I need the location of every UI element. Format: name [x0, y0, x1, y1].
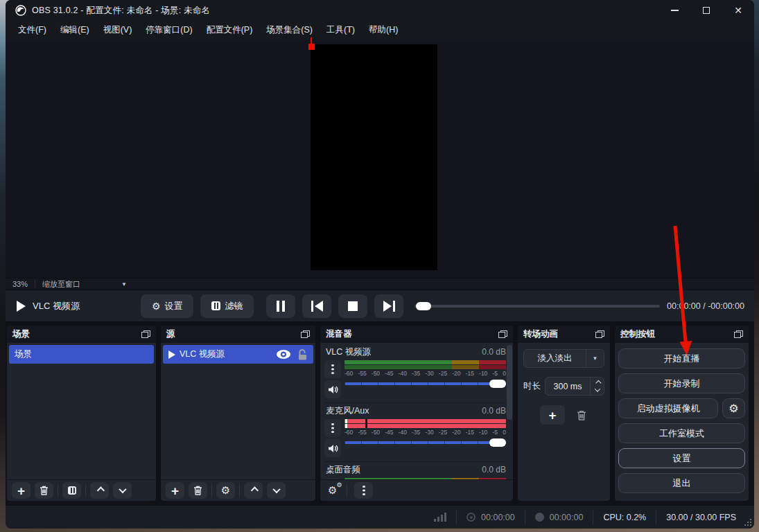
- start-streaming-button[interactable]: 开始直播: [618, 348, 745, 369]
- pause-button[interactable]: [266, 294, 295, 318]
- move-source-up-button[interactable]: [244, 482, 263, 499]
- move-scene-down-button[interactable]: [113, 482, 132, 499]
- popout-icon[interactable]: [498, 330, 507, 338]
- start-recording-button[interactable]: 开始录制: [618, 373, 745, 393]
- red-caret-marker-box: [308, 44, 315, 50]
- popout-icon[interactable]: [595, 330, 604, 338]
- speaker-icon: [328, 385, 338, 394]
- eye-visible-icon[interactable]: [276, 349, 291, 360]
- preview-area: [6, 39, 754, 278]
- scene-filters-button[interactable]: [62, 482, 81, 499]
- fps-text: 30.00 / 30.00 FPS: [666, 513, 736, 522]
- channel-menu-button[interactable]: [324, 419, 341, 437]
- scene-transitions-panel: 转场动画 淡入淡出 ▼ 时长 300 ms: [518, 326, 610, 501]
- advanced-audio-icon[interactable]: ⚙: [328, 484, 337, 497]
- plus-icon: +: [17, 484, 25, 497]
- move-source-down-button[interactable]: [267, 482, 286, 499]
- cpu-usage: CPU: 0.2%: [593, 511, 656, 524]
- cpu-text: CPU: 0.2%: [603, 513, 646, 522]
- menu-docks[interactable]: 停靠窗口(D): [139, 21, 199, 39]
- transition-select[interactable]: 淡入淡出 ▼: [523, 349, 604, 368]
- menu-profile[interactable]: 配置文件(P): [200, 21, 260, 39]
- title-bar: OBS 31.0.2 - 配置文件: 未命名 - 场景: 未命名 ✕: [6, 0, 754, 21]
- scene-item-label: 场景: [15, 348, 32, 360]
- remove-scene-button[interactable]: [35, 482, 53, 499]
- menu-help[interactable]: 帮助(H): [362, 21, 405, 39]
- scene-item[interactable]: 场景: [9, 345, 154, 364]
- sources-header[interactable]: 源: [161, 326, 315, 343]
- spin-up-icon[interactable]: [595, 380, 601, 385]
- popout-icon[interactable]: [141, 330, 150, 338]
- menu-tools[interactable]: 工具(T): [320, 21, 362, 39]
- signal-bars-icon: [434, 513, 446, 522]
- transitions-header[interactable]: 转场动画: [518, 326, 610, 343]
- resize-grip[interactable]: [744, 519, 751, 526]
- mixer-scrollbar[interactable]: [507, 345, 512, 477]
- add-scene-button[interactable]: +: [12, 482, 30, 499]
- source-properties-button[interactable]: ⚙: [216, 482, 235, 499]
- kebab-icon: [331, 423, 333, 425]
- controls-body: 开始直播 开始录制 启动虚拟摄像机 ⚙ 工作室模式 设置 退出: [615, 343, 749, 501]
- channel-menu-button[interactable]: [324, 360, 341, 378]
- studio-mode-button[interactable]: 工作室模式: [618, 423, 745, 443]
- scenes-header[interactable]: 场景: [7, 326, 156, 343]
- skip-forward-icon: [383, 301, 395, 312]
- meter-scale: -60-55-50-45-40-35-30-25-20-15-10-50: [344, 429, 506, 436]
- media-filters-button[interactable]: 滤镜: [200, 294, 254, 318]
- volume-slider[interactable]: [344, 382, 506, 385]
- zoom-percent: 33%: [6, 280, 35, 288]
- audio-meter: [344, 360, 506, 364]
- minimize-button[interactable]: [658, 0, 690, 21]
- channel-mute-button[interactable]: [324, 439, 341, 457]
- audio-meter: [344, 478, 506, 479]
- seek-handle[interactable]: [416, 302, 431, 310]
- source-item[interactable]: VLC 视频源: [163, 345, 313, 364]
- media-source-name: VLC 视频源: [33, 300, 80, 312]
- settings-button[interactable]: 设置: [618, 448, 745, 468]
- next-button[interactable]: [374, 294, 403, 318]
- virtual-camera-settings-button[interactable]: ⚙: [722, 398, 745, 418]
- close-icon: ✕: [734, 6, 742, 15]
- add-transition-button[interactable]: +: [540, 405, 565, 425]
- controls-header[interactable]: 控制按钮: [615, 326, 749, 343]
- volume-handle[interactable]: [489, 380, 506, 388]
- close-button[interactable]: ✕: [722, 0, 754, 21]
- maximize-button[interactable]: [690, 0, 722, 21]
- channel-mute-button[interactable]: [324, 380, 341, 398]
- add-source-button[interactable]: +: [166, 482, 184, 499]
- lock-unlocked-icon[interactable]: [297, 349, 308, 360]
- mixer-menu-button[interactable]: [354, 482, 373, 499]
- volume-handle[interactable]: [489, 438, 506, 447]
- zoom-mode-select[interactable]: 缩放至窗口: [35, 279, 119, 290]
- broadcast-icon: [466, 513, 476, 522]
- move-scene-up-button[interactable]: [90, 482, 109, 499]
- previous-button[interactable]: [302, 294, 331, 318]
- duration-spinbox[interactable]: 300 ms: [545, 377, 604, 396]
- sources-list: VLC 视频源: [161, 343, 315, 479]
- menu-scene-collection[interactable]: 场景集合(S): [259, 21, 320, 39]
- stream-status: 00:00:00: [457, 511, 525, 524]
- channel-menu-button[interactable]: [324, 478, 341, 479]
- volume-slider[interactable]: [344, 441, 506, 444]
- media-seek-slider[interactable]: [415, 305, 660, 308]
- scrollbar-thumb[interactable]: [507, 345, 512, 420]
- chevron-down-icon: [119, 486, 126, 493]
- popout-icon[interactable]: [301, 330, 310, 338]
- stop-button[interactable]: [338, 294, 367, 318]
- channel-name: 桌面音频: [326, 464, 360, 476]
- menu-edit[interactable]: 编辑(E): [53, 21, 96, 39]
- remove-transition-button[interactable]: [577, 410, 586, 420]
- stream-time: 00:00:00: [481, 513, 515, 522]
- menu-view[interactable]: 视图(V): [96, 21, 139, 39]
- chevron-down-icon[interactable]: ▼: [121, 281, 127, 287]
- combo-arrow[interactable]: ▼: [586, 350, 604, 367]
- popout-icon[interactable]: [734, 330, 743, 338]
- start-virtual-camera-button[interactable]: 启动虚拟摄像机: [618, 398, 718, 418]
- spin-down-icon[interactable]: [594, 386, 600, 391]
- video-canvas[interactable]: [311, 44, 437, 270]
- remove-source-button[interactable]: [189, 482, 207, 499]
- exit-button[interactable]: 退出: [618, 473, 745, 493]
- menu-file[interactable]: 文件(F): [11, 21, 53, 39]
- media-settings-button[interactable]: ⚙ 设置: [141, 294, 194, 318]
- mixer-header[interactable]: 混音器: [320, 326, 513, 343]
